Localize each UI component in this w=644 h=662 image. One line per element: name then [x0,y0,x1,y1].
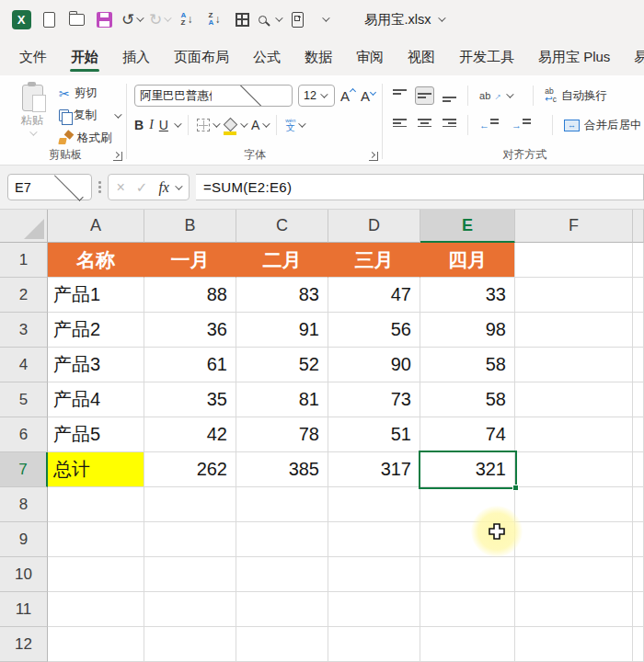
cell-A3[interactable]: 产品2 [48,313,144,348]
cell-B6[interactable]: 42 [144,417,236,452]
cell-B1[interactable]: 一月 [144,243,236,278]
redo-button[interactable]: ↻ [147,6,171,32]
cell-D8[interactable] [328,487,420,522]
wrap-text-button[interactable]: ab↩c 自动换行 [542,85,610,108]
cell-A10[interactable] [48,557,144,592]
cell-partial-12[interactable] [633,627,644,662]
cell-B12[interactable] [144,627,236,662]
grow-font-button[interactable]: A [340,88,355,104]
clipboard-dialog-launcher-icon[interactable] [113,152,122,161]
cell-partial-9[interactable] [633,522,644,557]
cell-A12[interactable] [48,627,144,662]
open-file-button[interactable] [64,6,88,32]
drag-handle-icon[interactable] [98,181,101,193]
cell-E1[interactable]: 四月 [420,243,515,278]
align-right-button[interactable] [440,116,459,134]
cell-E2[interactable]: 33 [420,278,515,313]
cell-C10[interactable] [236,557,328,592]
cell-F8[interactable] [515,487,633,522]
cell-partial-6[interactable] [633,417,644,452]
save-button[interactable] [92,6,116,32]
tab-开发工具[interactable]: 开发工具 [447,40,526,75]
cell-F6[interactable] [515,417,633,452]
new-file-button[interactable] [37,6,61,32]
align-top-button[interactable] [390,86,409,105]
form-properties-button[interactable] [285,6,309,32]
cell-partial-2[interactable] [633,278,644,313]
tab-公式[interactable]: 公式 [241,40,293,75]
increase-indent-button[interactable]: → [509,116,535,134]
sort-descending-button[interactable]: ZA ↓ [202,6,226,32]
cell-D9[interactable] [328,522,420,557]
cell-B2[interactable]: 88 [144,278,236,313]
cell-F1[interactable] [515,243,633,278]
insert-function-button[interactable]: fx [158,179,169,196]
cell-F12[interactable] [515,627,633,662]
cell-C9[interactable] [236,522,328,557]
row-header-2[interactable]: 2 [0,278,48,313]
cell-D12[interactable] [328,627,420,662]
cell-D2[interactable]: 47 [328,278,420,313]
document-title-menu[interactable]: 易用宝.xlsx [364,11,443,29]
enter-button[interactable]: ✓ [136,179,148,196]
cell-A9[interactable] [48,522,144,557]
cell-E10[interactable] [420,557,515,592]
col-header-D[interactable]: D [328,210,420,243]
col-header-A[interactable]: A [48,210,144,243]
cell-A7[interactable]: 总计 [48,452,144,487]
cell-E3[interactable]: 98 [420,313,515,348]
italic-button[interactable]: I [149,118,154,132]
cell-E4[interactable]: 58 [420,348,515,382]
tab-易用宝[interactable]: 易用宝 [622,40,644,75]
cell-E12[interactable] [420,627,515,662]
borders-grid-button[interactable] [230,6,254,32]
cell-F11[interactable] [515,592,633,627]
cell-partial-10[interactable] [633,557,644,592]
col-header-E[interactable]: E [420,210,515,243]
copy-button[interactable]: 复制 [59,106,120,125]
cell-F10[interactable] [515,557,633,592]
cell-D3[interactable]: 56 [328,313,420,348]
cell-partial-7[interactable] [633,452,644,487]
cell-D6[interactable]: 51 [328,417,420,452]
cell-C1[interactable]: 二月 [236,243,328,278]
cell-A11[interactable] [48,592,144,627]
format-painter-button[interactable]: 格式刷 [59,129,120,148]
undo-button[interactable]: ↺ [120,6,144,32]
orientation-button[interactable]: ab→ [477,87,514,104]
row-header-5[interactable]: 5 [0,382,48,417]
cell-partial-3[interactable] [633,313,644,348]
cell-B11[interactable] [144,592,236,627]
col-header-B[interactable]: B [144,210,236,243]
align-bottom-button[interactable] [440,86,459,105]
cell-A1[interactable]: 名称 [48,243,144,278]
cell-partial-4[interactable] [633,348,644,382]
cell-E7[interactable]: 321 [420,452,515,487]
col-header-C[interactable]: C [236,210,328,243]
cell-E5[interactable]: 58 [420,382,515,417]
col-header-F[interactable]: F [515,210,633,243]
row-header-1[interactable]: 1 [0,243,48,278]
font-dialog-launcher-icon[interactable] [369,152,378,161]
cancel-button[interactable]: × [117,179,125,196]
cell-F2[interactable] [515,278,633,313]
row-header-4[interactable]: 4 [0,348,48,382]
cell-B10[interactable] [144,557,236,592]
cell-A6[interactable]: 产品5 [48,417,144,452]
tab-审阅[interactable]: 审阅 [344,40,396,75]
underline-button[interactable]: U [159,118,168,132]
shrink-font-button[interactable]: A [361,88,375,104]
cell-C3[interactable]: 91 [236,313,328,348]
cell-B7[interactable]: 262 [144,452,236,487]
cell-A5[interactable]: 产品4 [48,382,144,417]
cell-partial-11[interactable] [633,592,644,627]
row-header-8[interactable]: 8 [0,487,48,522]
paste-button[interactable]: 粘贴 [11,82,53,148]
tab-易用宝 Plus[interactable]: 易用宝 Plus [526,40,622,75]
cell-C8[interactable] [236,487,328,522]
cell-B4[interactable]: 61 [144,348,236,382]
tab-数据[interactable]: 数据 [293,40,344,75]
cell-A8[interactable] [48,487,144,522]
font-color-button[interactable]: A [251,118,268,132]
decrease-indent-button[interactable]: ← [477,116,503,134]
